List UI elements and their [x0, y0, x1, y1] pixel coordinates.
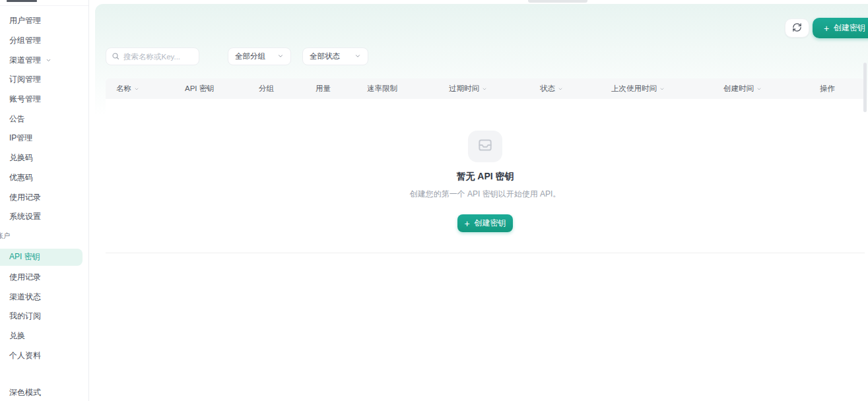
- column-header-api-key: API 密钥: [185, 84, 259, 94]
- sidebar-item-label: 使用记录: [9, 272, 41, 283]
- column-header-expiry-time[interactable]: 过期时间: [449, 84, 540, 94]
- scrollbar-thumb[interactable]: [863, 63, 867, 112]
- column-label: API 密钥: [185, 84, 215, 94]
- sidebar-item-api-keys[interactable]: API 密钥: [0, 249, 83, 266]
- sidebar-item-label: 兑换码: [9, 152, 33, 164]
- sidebar: 用户管理 分组管理 渠道管理 订阅管理 账号管理 公告 IP管理 兑换码 优惠码…: [0, 0, 89, 401]
- sidebar-item-channel-management[interactable]: 渠道管理: [0, 50, 88, 70]
- sidebar-item-label: 渠道状态: [9, 292, 41, 303]
- status-filter-select[interactable]: 全部状态: [302, 47, 368, 65]
- sidebar-item-label: 账号管理: [9, 94, 41, 105]
- dark-mode-toggle[interactable]: 深色模式: [0, 383, 89, 401]
- empty-state: 暂无 API 密钥 创建您的第一个 API 密钥以开始使用 API。 + 创建密…: [106, 99, 865, 253]
- sidebar-item-label: 我的订阅: [9, 311, 41, 322]
- column-header-rate-limit: 速率限制: [367, 84, 449, 94]
- empty-state-subtitle: 创建您的第一个 API 密钥以开始使用 API。: [410, 189, 561, 200]
- sidebar-section-label-account: 账户: [0, 227, 88, 241]
- refresh-icon: [792, 22, 802, 34]
- create-key-button-empty-state[interactable]: + 创建密钥: [457, 214, 513, 232]
- column-label: 速率限制: [367, 84, 397, 94]
- column-header-usage: 用量: [316, 84, 367, 94]
- clipped-nav-item-fragment: [7, 0, 37, 2]
- search-icon: [112, 51, 119, 63]
- sidebar-item-label: 兑换: [9, 330, 25, 342]
- column-label: 名称: [116, 84, 131, 94]
- inbox-icon: [477, 137, 494, 156]
- sidebar-item-profile[interactable]: 个人资料: [0, 346, 88, 365]
- column-label: 状态: [540, 84, 555, 94]
- sidebar-item-redeem[interactable]: 兑换: [0, 326, 88, 346]
- sidebar-item-label: 个人资料: [9, 350, 41, 361]
- sidebar-item-label: API 密钥: [9, 251, 40, 262]
- sidebar-item-group-management[interactable]: 分组管理: [0, 31, 88, 51]
- sidebar-item-label: 公告: [9, 113, 25, 125]
- column-label: 上次使用时间: [611, 84, 657, 94]
- table-bottom-divider: [106, 253, 865, 253]
- sidebar-item-label: 系统设置: [9, 211, 41, 222]
- sidebar-item-label: 优惠码: [9, 172, 33, 183]
- sidebar-item-ip-management[interactable]: IP管理: [0, 129, 88, 148]
- group-filter-value: 全部分组: [235, 51, 265, 61]
- sidebar-item-announcements[interactable]: 公告: [0, 109, 88, 129]
- plus-icon: +: [824, 24, 829, 33]
- sidebar-item-subscription-management[interactable]: 订阅管理: [0, 70, 88, 90]
- sidebar-item-label: 渠道管理: [9, 55, 41, 66]
- sort-icon: [756, 86, 762, 92]
- search-input[interactable]: [123, 53, 193, 61]
- sort-icon: [558, 86, 563, 92]
- plus-icon: +: [464, 219, 469, 228]
- sidebar-item-label: IP管理: [9, 133, 32, 144]
- sidebar-item-coupon-codes[interactable]: 优惠码: [0, 168, 88, 188]
- chevron-down-icon: [277, 53, 284, 61]
- top-scroll-indicator: [528, 0, 587, 3]
- table-header-row: 名称 API 密钥 分组 用量 速率限制 过期时间 状态 上次使用时间 创建时间…: [106, 78, 865, 99]
- sidebar-item-usage-logs[interactable]: 使用记录: [0, 268, 88, 288]
- sidebar-item-label: 分组管理: [9, 35, 41, 46]
- sidebar-item-user-management[interactable]: 用户管理: [0, 11, 88, 31]
- sort-icon: [482, 86, 487, 92]
- main-content: + 创建密钥 全部分组 全部状态 名称 API 密钥 分组 用量 速率限制 过期…: [90, 0, 868, 401]
- create-key-label: 创建密钥: [834, 22, 865, 34]
- sidebar-item-system-settings[interactable]: 系统设置: [0, 207, 88, 227]
- sidebar-top-divider: [0, 5, 89, 6]
- column-label: 过期时间: [449, 84, 479, 94]
- sidebar-nav: 用户管理 分组管理 渠道管理 订阅管理 账号管理 公告 IP管理 兑换码 优惠码…: [0, 0, 88, 365]
- group-filter-select[interactable]: 全部分组: [228, 47, 291, 65]
- sidebar-item-label: 用户管理: [9, 15, 41, 26]
- create-key-label: 创建密钥: [475, 218, 506, 229]
- empty-state-icon-tile: [468, 131, 502, 162]
- status-filter-value: 全部状态: [310, 51, 340, 61]
- create-key-button-toolbar[interactable]: + 创建密钥: [813, 18, 868, 38]
- sidebar-item-channel-status[interactable]: 渠道状态: [0, 287, 88, 307]
- sort-icon: [134, 86, 139, 92]
- sidebar-item-account-management[interactable]: 账号管理: [0, 90, 88, 109]
- column-header-created-time[interactable]: 创建时间: [723, 84, 820, 94]
- column-header-name[interactable]: 名称: [116, 84, 185, 94]
- column-label: 操作: [820, 84, 835, 94]
- sidebar-item-usage-logs-admin[interactable]: 使用记录: [0, 187, 88, 207]
- sort-icon: [659, 86, 665, 92]
- sidebar-item-label: 订阅管理: [9, 74, 41, 85]
- column-header-last-used[interactable]: 上次使用时间: [611, 84, 723, 94]
- chevron-down-icon: [46, 57, 51, 63]
- column-header-status[interactable]: 状态: [540, 84, 611, 94]
- dark-mode-label: 深色模式: [9, 387, 41, 398]
- refresh-button[interactable]: [785, 18, 809, 38]
- column-label: 创建时间: [723, 84, 754, 94]
- column-header-group: 分组: [259, 84, 316, 94]
- sidebar-item-my-subscriptions[interactable]: 我的订阅: [0, 307, 88, 326]
- chevron-down-icon: [354, 53, 361, 61]
- column-header-actions: 操作: [820, 84, 854, 94]
- sidebar-item-label: 使用记录: [9, 192, 41, 203]
- column-label: 分组: [259, 84, 274, 94]
- search-box: [106, 47, 199, 65]
- column-label: 用量: [316, 84, 331, 94]
- empty-state-title: 暂无 API 密钥: [456, 171, 514, 183]
- sidebar-item-redemption-codes[interactable]: 兑换码: [0, 148, 88, 168]
